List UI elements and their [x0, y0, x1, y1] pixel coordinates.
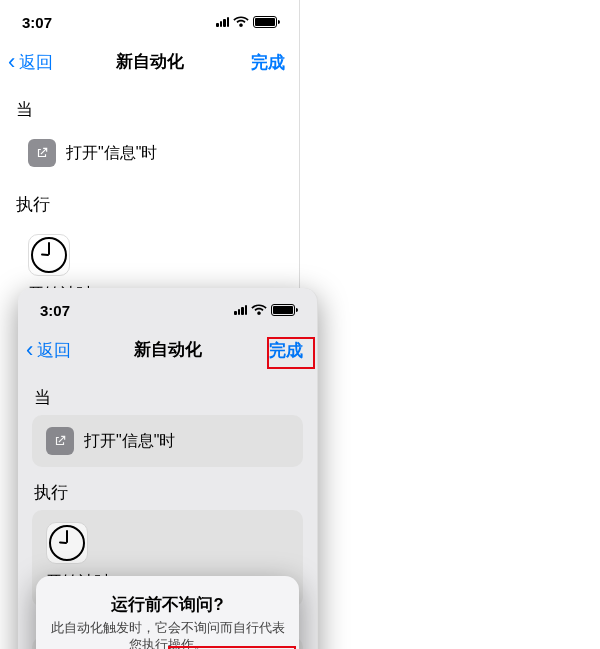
- status-bar: 3:07: [0, 0, 299, 40]
- battery-icon: [253, 16, 277, 28]
- when-condition-text: 打开"信息"时: [66, 143, 157, 164]
- chevron-left-icon: ‹: [8, 51, 15, 73]
- page-title: 新自动化: [116, 50, 184, 73]
- section-do-label: 执行: [16, 193, 283, 216]
- section-when-label: 当: [16, 98, 283, 121]
- dialog-title: 运行前不询问?: [50, 594, 285, 616]
- nav-bar: ‹ 返回 新自动化 完成: [0, 40, 299, 84]
- status-indicators: [216, 16, 277, 28]
- cellular-icon: [216, 17, 229, 27]
- screenshot-right: 3:07 ‹ 返回 新自动化 完成 当 打开"信息"时 执行 开始计时: [18, 288, 318, 649]
- wifi-icon: [233, 16, 249, 28]
- clock-icon: [28, 234, 70, 276]
- back-button[interactable]: ‹ 返回: [8, 40, 53, 84]
- open-app-icon: [28, 139, 56, 167]
- status-time: 3:07: [22, 14, 52, 31]
- confirm-dialog: 运行前不询问? 此自动化触发时，它会不询问而自行代表您执行操作。 取消 不询问: [36, 576, 299, 649]
- back-label: 返回: [19, 51, 53, 74]
- done-button[interactable]: 完成: [251, 40, 285, 84]
- dialog-message: 此自动化触发时，它会不询问而自行代表您执行操作。: [50, 620, 285, 649]
- when-condition-row[interactable]: 打开"信息"时: [14, 127, 285, 179]
